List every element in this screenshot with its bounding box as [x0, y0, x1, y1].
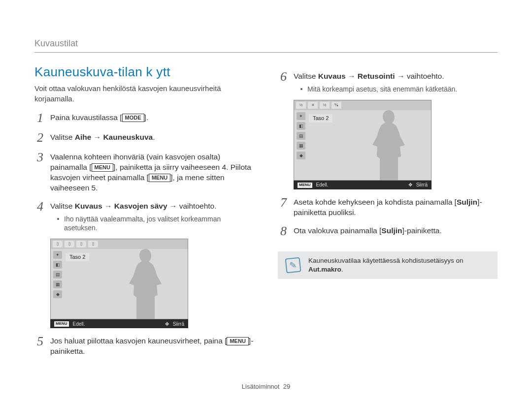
- person-silhouette-icon: [126, 245, 165, 319]
- lcd-topbar-icon: ✕: [308, 102, 318, 109]
- menu-box: MENU: [227, 337, 248, 345]
- navigate-icon: ✥: [408, 182, 412, 188]
- lcd-side-icon: ✦: [297, 112, 305, 120]
- step-number: 2: [34, 131, 43, 144]
- lcd-side-icon: ▤: [297, 132, 305, 140]
- step-5: 5Jos haluat piilottaa kasvojen kauneusvi…: [34, 335, 254, 357]
- right-column: 6Valitse Kuvaus → Retusointi → vaihtoeht…: [278, 63, 498, 357]
- step-number: 6: [278, 70, 287, 83]
- menu-box: MENU: [149, 174, 170, 182]
- lcd-side-icon: ◆: [297, 152, 305, 159]
- step-body: Jos haluat piilottaa kasvojen kauneusvir…: [50, 335, 254, 357]
- step-3: 3Vaalenna kohteen ihonväriä (vain kasvoj…: [34, 151, 254, 193]
- step-number: 5: [34, 335, 43, 348]
- chapter-label: Kuvaustilat: [34, 37, 498, 49]
- lcd-side-icon: ▦: [297, 142, 305, 150]
- divider: [34, 52, 498, 53]
- step-body: Ota valokuva painamalla [Suljin]-painike…: [294, 225, 498, 236]
- step-number: 8: [278, 225, 287, 238]
- step-body: Valitse Aihe → Kauneuskuva.: [50, 131, 254, 143]
- step-number: 3: [34, 151, 43, 164]
- step-bullet: Iho näyttää vaaleammalta, jos valitset k…: [50, 215, 254, 233]
- step-body: Aseta kohde kehykseen ja kohdista painam…: [294, 196, 498, 218]
- lcd-topbar-icon: ▯: [88, 241, 98, 247]
- lcd-side-icon: ◧: [53, 261, 62, 269]
- note-text: Kauneuskuvatilaa käytettäessä kohdistuse…: [308, 256, 490, 274]
- step-number: 4: [34, 200, 43, 213]
- step-1: 1Paina kuvaustilassa [MODE].: [34, 112, 254, 124]
- lcd-topbar-icon: ½: [320, 102, 330, 109]
- step-4: 4Valitse Kuvaus → Kasvojen sävy → vaihto…: [34, 200, 254, 233]
- lcd-footer-menu-box: MENU: [54, 321, 69, 327]
- lcd-footer-prev: Edell.: [73, 321, 85, 328]
- lcd-topbar-icon: ½: [296, 102, 306, 109]
- step-body: Valitse Kuvaus → Retusointi → vaihtoehto…: [294, 70, 498, 94]
- camera-lcd-face-tone: ▯▯▯▯ Taso 2 ✦ ◧ ▤ ▦ ◆ MENU Edell.: [50, 239, 188, 328]
- lcd-topbar-icon: ⅓: [332, 102, 341, 109]
- lcd-side-icon: ▤: [53, 271, 62, 278]
- page-footer: Lisätoiminnot 29: [0, 382, 532, 391]
- page-title: Kauneuskuva-tilan k ytt: [34, 63, 254, 81]
- lcd-footer-menu-box: MENU: [298, 183, 312, 188]
- lcd-level-label: Taso 2: [66, 253, 89, 261]
- lcd-side-icon: ◆: [53, 290, 62, 298]
- left-column: Kauneuskuva-tilan k ytt Voit ottaa valok…: [34, 63, 254, 357]
- person-silhouette-icon: [369, 106, 408, 180]
- step-body: Vaalenna kohteen ihonväriä (vain kasvoje…: [50, 151, 254, 193]
- lcd-side-icon: ▦: [53, 280, 62, 288]
- step-7: 7Aseta kohde kehykseen ja kohdista paina…: [278, 196, 498, 218]
- lcd-footer-move: Siirrä: [173, 321, 184, 328]
- note-box: ✎ Kauneuskuvatilaa käytettäessä kohdistu…: [278, 251, 498, 279]
- lcd-level-label: Taso 2: [309, 114, 332, 123]
- step-6: 6Valitse Kuvaus → Retusointi → vaihtoeht…: [278, 70, 498, 94]
- lcd-topbar-icon: ▯: [65, 241, 74, 247]
- mode-box: MODE: [122, 114, 144, 122]
- lcd-footer-move: Siirrä: [416, 182, 428, 188]
- intro-text: Voit ottaa valokuvan henkilöstä kasvojen…: [34, 84, 254, 104]
- step-2: 2Valitse Aihe → Kauneuskuva.: [34, 131, 254, 144]
- step-number: 7: [278, 196, 287, 209]
- step-body: Paina kuvaustilassa [MODE].: [50, 112, 254, 123]
- camera-lcd-retouch: ½✕½⅓ Taso 2 ✦ ◧ ▤ ▦ ◆ MENU Edell.: [294, 100, 432, 189]
- lcd-topbar-icon: ▯: [53, 241, 63, 247]
- step-number: 1: [34, 112, 43, 124]
- menu-box: MENU: [92, 163, 113, 172]
- navigate-icon: ✥: [165, 321, 169, 328]
- step-8: 8Ota valokuva painamalla [Suljin]-painik…: [278, 225, 498, 238]
- step-bullet: Mitä korkeampi asetus, sitä enemmän kätk…: [294, 85, 498, 94]
- lcd-footer-prev: Edell.: [316, 182, 329, 188]
- lcd-side-icon: ✦: [53, 251, 62, 259]
- note-icon: ✎: [285, 257, 301, 274]
- step-body: Valitse Kuvaus → Kasvojen sävy → vaihtoe…: [50, 200, 254, 233]
- lcd-topbar-icon: ▯: [76, 241, 86, 247]
- lcd-side-icon: ◧: [297, 122, 305, 130]
